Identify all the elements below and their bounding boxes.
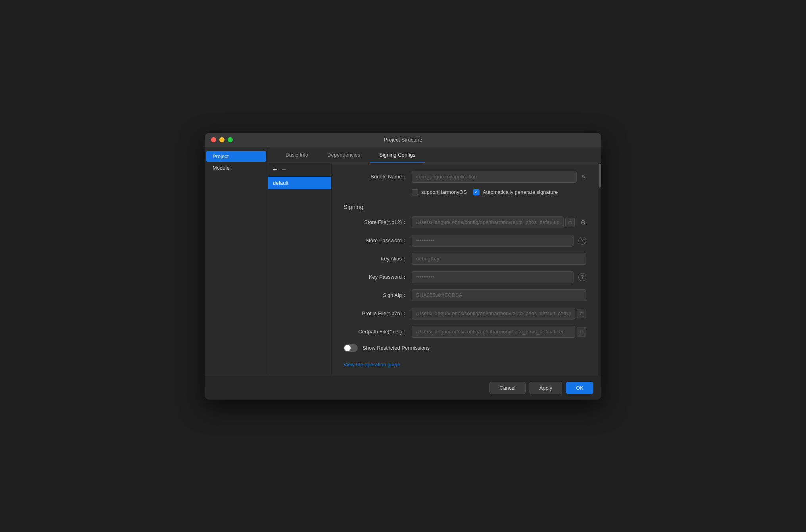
sidebar-item-module[interactable]: Module <box>206 163 266 173</box>
certpath-file-label: Certpath File(*.cer)： <box>344 328 407 335</box>
fingerprint-icon[interactable]: ⊕ <box>580 218 586 227</box>
profile-file-input-group: □ <box>412 308 586 320</box>
content-with-scroll: + − default Bundle Name： ✎ <box>268 163 601 376</box>
scrollbar-thumb <box>599 164 601 188</box>
list-panel: + − default <box>268 163 332 376</box>
cancel-button[interactable]: Cancel <box>489 382 525 394</box>
toggle-knob <box>344 345 351 351</box>
ok-button[interactable]: OK <box>566 382 593 394</box>
show-restricted-toggle[interactable] <box>344 344 358 352</box>
profile-file-input[interactable] <box>412 308 575 320</box>
key-password-input[interactable] <box>412 271 574 283</box>
project-structure-dialog: Project Structure Project Module Basic I… <box>205 133 601 400</box>
tab-dependencies[interactable]: Dependencies <box>318 147 370 163</box>
form-panel: Bundle Name： ✎ supportHarmonyOS ✓ <box>332 163 598 376</box>
sign-alg-row: Sign Alg： <box>344 289 586 301</box>
scrollbar-track[interactable] <box>598 163 601 376</box>
titlebar: Project Structure <box>205 133 601 147</box>
checkboxes-row: supportHarmonyOS ✓ Automatically generat… <box>344 189 586 195</box>
remove-config-button[interactable]: − <box>282 166 286 173</box>
sign-alg-label: Sign Alg： <box>344 292 407 299</box>
content-area: Basic Info Dependencies Signing Configs … <box>268 147 601 376</box>
support-harmony-checkbox[interactable]: supportHarmonyOS <box>412 189 467 195</box>
store-file-input[interactable] <box>412 216 564 228</box>
key-password-row: Key Password： ? <box>344 271 586 283</box>
certpath-file-browse-button[interactable]: □ <box>577 327 586 337</box>
profile-file-row: Profile File(*.p7b)： □ <box>344 308 586 320</box>
key-alias-label: Key Alias： <box>344 255 407 262</box>
profile-file-label: Profile File(*.p7b)： <box>344 310 407 317</box>
store-password-input[interactable] <box>412 235 574 247</box>
minimize-button[interactable] <box>219 137 225 142</box>
auto-generate-label: Automatically generate signature <box>483 189 558 195</box>
main-layout: Project Module Basic Info Dependencies S… <box>205 147 601 376</box>
maximize-button[interactable] <box>228 137 233 142</box>
key-alias-row: Key Alias： <box>344 253 586 265</box>
list-item-default[interactable]: default <box>268 177 331 189</box>
content-inner: + − default Bundle Name： ✎ <box>268 163 598 376</box>
certpath-file-row: Certpath File(*.cer)： □ <box>344 326 586 338</box>
add-config-button[interactable]: + <box>273 166 277 173</box>
key-alias-input[interactable] <box>412 253 586 265</box>
store-password-help-icon[interactable]: ? <box>578 237 586 245</box>
bundle-name-input[interactable] <box>412 171 577 183</box>
certpath-file-input-group: □ <box>412 326 586 338</box>
operation-guide-link[interactable]: View the operation guide <box>344 362 400 367</box>
support-harmony-label: supportHarmonyOS <box>421 189 467 195</box>
tabs-bar: Basic Info Dependencies Signing Configs <box>268 147 601 163</box>
store-file-label: Store File(*.p12)： <box>344 219 407 226</box>
key-password-help-icon[interactable]: ? <box>578 273 586 281</box>
store-file-browse-button[interactable]: □ <box>565 218 575 227</box>
show-restricted-label: Show Restricted Permissions <box>363 345 430 351</box>
certpath-file-input[interactable] <box>412 326 575 338</box>
store-file-row: Store File(*.p12)： □ ⊕ <box>344 216 586 228</box>
store-file-input-group: □ <box>412 216 575 228</box>
sidebar: Project Module <box>205 147 268 376</box>
tab-basic-info[interactable]: Basic Info <box>276 147 318 163</box>
dialog-title: Project Structure <box>384 137 422 143</box>
sidebar-item-project[interactable]: Project <box>206 151 266 162</box>
auto-generate-checkbox-box: ✓ <box>473 189 480 195</box>
tab-signing-configs[interactable]: Signing Configs <box>370 147 425 163</box>
store-password-label: Store Password： <box>344 237 407 244</box>
key-password-label: Key Password： <box>344 274 407 281</box>
toggle-row: Show Restricted Permissions <box>344 344 586 352</box>
traffic-lights <box>211 137 233 142</box>
close-button[interactable] <box>211 137 216 142</box>
store-password-row: Store Password： ? <box>344 235 586 247</box>
bundle-name-row: Bundle Name： ✎ <box>344 171 586 183</box>
signing-section-label: Signing <box>344 203 586 210</box>
list-toolbar: + − <box>268 163 331 177</box>
auto-generate-checkbox[interactable]: ✓ Automatically generate signature <box>473 189 558 195</box>
support-harmony-checkbox-box <box>412 189 418 195</box>
sign-alg-input[interactable] <box>412 289 586 301</box>
apply-button[interactable]: Apply <box>530 382 562 394</box>
edit-icon[interactable]: ✎ <box>581 174 586 180</box>
bottom-bar: Cancel Apply OK <box>205 376 601 400</box>
bundle-name-label: Bundle Name： <box>344 173 407 180</box>
profile-file-browse-button[interactable]: □ <box>577 309 586 318</box>
